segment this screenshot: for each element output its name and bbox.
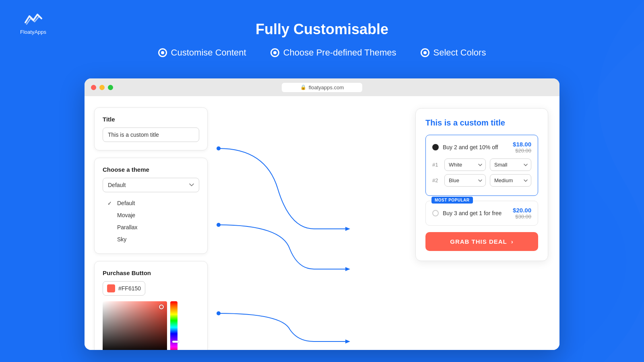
variant-rows: #1 White Blue Red Small Medium Large bbox=[432, 158, 531, 187]
title-section-label: Title bbox=[103, 116, 199, 123]
theme-section: Choose a theme Default Movaje Parallax S… bbox=[94, 158, 208, 254]
variant-1-num: #1 bbox=[432, 162, 440, 168]
variant-2-num: #2 bbox=[432, 177, 440, 183]
variant-2-size-select[interactable]: Small Medium Large bbox=[490, 174, 531, 187]
theme-option-item-movaje[interactable]: Movaje bbox=[104, 209, 198, 221]
browser-content: Title Choose a theme Default Movaje Para… bbox=[85, 96, 559, 350]
deal-option-1[interactable]: Buy 2 and get 10% off $18.00 $20.00 #1 W… bbox=[425, 135, 538, 196]
close-button-dot[interactable] bbox=[91, 85, 96, 90]
url-text: floatyapps.com bbox=[309, 84, 344, 90]
deal-2-left: Buy 3 and get 1 for free bbox=[432, 210, 502, 216]
maximize-button-dot[interactable] bbox=[108, 85, 113, 90]
deal-1-price-new: $18.00 bbox=[513, 141, 531, 148]
deal-2-row: Buy 3 and get 1 for free $20.00 $30.00 bbox=[432, 207, 531, 220]
variant-1-size-select[interactable]: Small Medium Large bbox=[490, 158, 531, 171]
title-input[interactable] bbox=[103, 128, 199, 142]
url-bar[interactable]: 🔒 floatyapps.com bbox=[282, 83, 362, 92]
color-section: Purchase Button #FF6150 bbox=[94, 261, 208, 350]
color-hue-strip[interactable] bbox=[170, 301, 178, 350]
theme-option-parallax-label: Parallax bbox=[117, 224, 138, 230]
product-widget: This is a custom title Buy 2 and get 10%… bbox=[415, 108, 548, 261]
deal-2-text: Buy 3 and get 1 for free bbox=[443, 210, 502, 216]
tab-label-customise: Customise Content bbox=[171, 47, 246, 58]
tab-customise-content[interactable]: Customise Content bbox=[158, 47, 246, 58]
right-panel: This is a custom title Buy 2 and get 10%… bbox=[217, 96, 559, 350]
theme-option-item-parallax[interactable]: Parallax bbox=[104, 221, 198, 233]
color-value-display[interactable]: #FF6150 bbox=[103, 281, 145, 296]
tab-label-themes: Choose Pre-defined Themes bbox=[283, 47, 396, 58]
check-icon: ✓ bbox=[107, 200, 114, 206]
theme-option-item-default[interactable]: ✓ Default bbox=[104, 197, 198, 209]
deal-2-price-old: $30.00 bbox=[513, 214, 531, 220]
variant-row-1: #1 White Blue Red Small Medium Large bbox=[432, 158, 531, 171]
nav-tabs: Customise Content Choose Pre-defined The… bbox=[0, 47, 644, 58]
color-picker-gradient[interactable] bbox=[103, 301, 167, 350]
deal-2-radio bbox=[432, 210, 439, 216]
deal-1-prices: $18.00 $20.00 bbox=[513, 141, 531, 154]
theme-dropdown[interactable]: Default Movaje Parallax Sky bbox=[103, 178, 199, 192]
deal-1-price-old: $20.00 bbox=[513, 148, 531, 154]
widget-title: This is a custom title bbox=[425, 118, 538, 128]
variant-2-color-select[interactable]: White Blue Red bbox=[444, 174, 486, 187]
gradient-background bbox=[103, 301, 167, 350]
most-popular-badge: MOST POPULAR bbox=[431, 197, 473, 204]
color-picker-row bbox=[103, 301, 199, 350]
theme-option-sky-label: Sky bbox=[117, 236, 126, 243]
color-swatch bbox=[107, 284, 115, 292]
variant-row-2: #2 White Blue Red Small Medium Large bbox=[432, 174, 531, 187]
left-panel: Title Choose a theme Default Movaje Para… bbox=[85, 96, 217, 350]
window-controls bbox=[91, 85, 113, 90]
minimize-button-dot[interactable] bbox=[99, 85, 105, 90]
browser-window: 🔒 floatyapps.com Title Choose a theme De… bbox=[85, 78, 559, 350]
tab-select-colors[interactable]: Select Colors bbox=[421, 47, 486, 58]
tab-dot-customise bbox=[158, 48, 167, 57]
deal-1-radio bbox=[432, 144, 439, 150]
theme-option-item-sky[interactable]: Sky bbox=[104, 233, 198, 245]
variant-1-color-select[interactable]: White Blue Red bbox=[444, 158, 486, 171]
deal-1-left: Buy 2 and get 10% off bbox=[432, 144, 498, 150]
deal-1-text: Buy 2 and get 10% off bbox=[443, 144, 498, 150]
browser-bar: 🔒 floatyapps.com bbox=[85, 78, 559, 96]
arrow-icon: › bbox=[511, 238, 514, 245]
tab-dot-themes bbox=[270, 48, 279, 57]
title-section: Title bbox=[94, 107, 208, 150]
lock-icon: 🔒 bbox=[300, 84, 306, 90]
deal-2-price-new: $20.00 bbox=[513, 207, 531, 214]
theme-option-default-label: Default bbox=[117, 200, 135, 206]
page-title: Fully Customisable bbox=[0, 21, 644, 38]
page-header: Fully Customisable bbox=[0, 21, 644, 38]
deal-2-prices: $20.00 $30.00 bbox=[513, 207, 531, 220]
theme-options-list: ✓ Default Movaje Parallax Sky bbox=[103, 197, 199, 245]
tab-label-colors: Select Colors bbox=[433, 47, 486, 58]
color-hex-text: #FF6150 bbox=[118, 285, 141, 292]
color-section-label: Purchase Button bbox=[103, 269, 199, 276]
theme-option-movaje-label: Movaje bbox=[117, 212, 135, 218]
grab-deal-button[interactable]: GRAB THIS DEAL › bbox=[425, 232, 538, 251]
deal-option-2[interactable]: MOST POPULAR Buy 3 and get 1 for free $2… bbox=[425, 201, 538, 226]
picker-handle[interactable] bbox=[159, 304, 164, 309]
tab-choose-themes[interactable]: Choose Pre-defined Themes bbox=[270, 47, 396, 58]
tab-dot-colors bbox=[421, 48, 429, 57]
theme-section-label: Choose a theme bbox=[103, 166, 199, 173]
hue-handle[interactable] bbox=[172, 341, 179, 343]
grab-deal-label: GRAB THIS DEAL bbox=[450, 238, 507, 245]
deal-1-row: Buy 2 and get 10% off $18.00 $20.00 bbox=[432, 141, 531, 154]
